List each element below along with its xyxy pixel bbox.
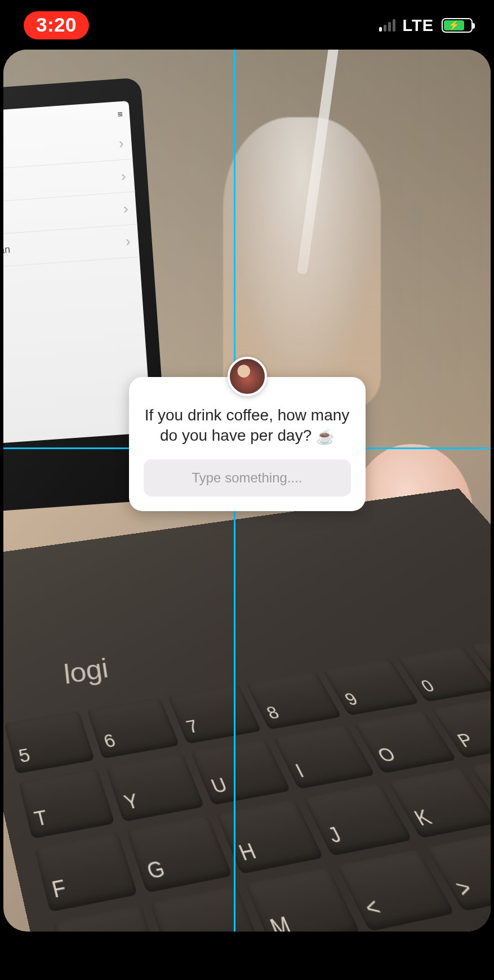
- network-type-label: LTE: [402, 16, 434, 35]
- background-keyboard: logi 567890delete TYUIOPreturn FGHJKLshi…: [3, 489, 491, 932]
- sticker-avatar: [228, 357, 267, 396]
- sticker-question-text[interactable]: If you drink coffee, how many do you hav…: [144, 405, 351, 447]
- story-editor-viewport[interactable]: 🔍≡ › › › to an› logi 567890delete TYUIOP…: [3, 50, 491, 932]
- question-sticker[interactable]: If you drink coffee, how many do you hav…: [129, 377, 366, 511]
- battery-charging-icon: ⚡: [442, 18, 473, 33]
- status-bar: 3:20 LTE ⚡: [0, 0, 494, 51]
- status-right-cluster: LTE ⚡: [379, 16, 473, 35]
- recording-time-pill[interactable]: 3:20: [24, 11, 89, 39]
- cellular-signal-icon: [379, 19, 395, 32]
- sticker-answer-input[interactable]: [144, 459, 351, 496]
- coffee-cup-icon: ☕: [316, 428, 334, 447]
